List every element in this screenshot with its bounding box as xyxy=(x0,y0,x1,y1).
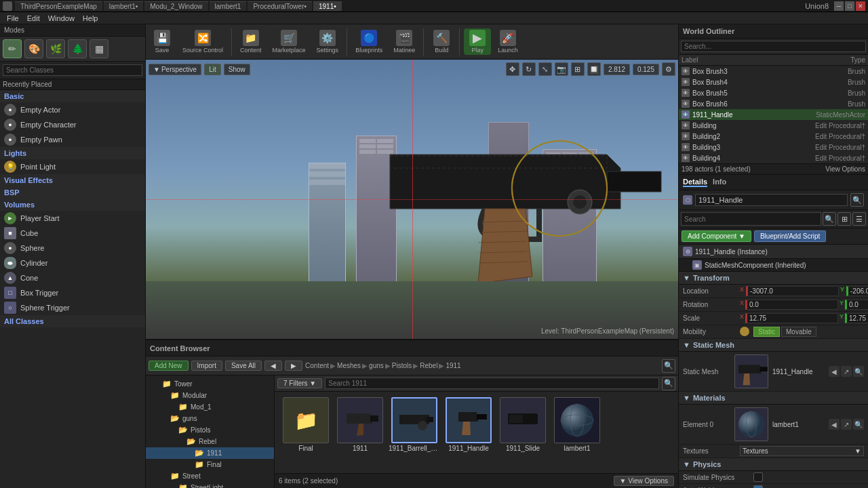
vp-icon-settings[interactable]: ⚙ xyxy=(662,62,675,76)
mode-geometry[interactable]: ▦ xyxy=(90,39,108,58)
wo-actor-boxbrush4[interactable]: 👁 Box Brush4 Brush xyxy=(679,77,868,87)
maximize-btn[interactable]: □ xyxy=(845,1,854,11)
left-item-box-trigger[interactable]: □ Box Trigger xyxy=(0,285,145,300)
toolbar-save[interactable]: 💾 Save xyxy=(149,28,176,55)
menu-window[interactable]: Window xyxy=(44,14,79,22)
dp-list-icon[interactable]: ☰ xyxy=(852,212,866,226)
visibility-icon[interactable]: 👁 xyxy=(682,121,690,129)
component-instance[interactable]: ⚙ 1911_Handle (Instance) xyxy=(679,245,868,259)
mat-use-btn[interactable]: ↗ xyxy=(841,419,852,430)
toolbar-launch[interactable]: 🚀 Launch xyxy=(494,28,522,55)
static-mesh-section-header[interactable]: ▼ Static Mesh xyxy=(679,339,868,352)
dp-grid-icon[interactable]: ⊞ xyxy=(837,212,851,226)
toolbar-matinee[interactable]: 🎬 Matinee xyxy=(389,28,419,55)
location-y-input[interactable] xyxy=(846,286,868,296)
left-item-empty-actor[interactable]: ● Empty Actor xyxy=(0,102,145,117)
search-classes-input[interactable] xyxy=(3,64,142,76)
wo-actor-building3[interactable]: 👁 Building3 Edit Procedural† xyxy=(679,142,868,152)
visibility-icon[interactable]: 👁 xyxy=(682,78,690,86)
wo-actor-building4[interactable]: 👁 Building4 Edit Procedural† xyxy=(679,152,868,163)
folder-rebel[interactable]: 📂 Rebel xyxy=(146,436,274,447)
vp-icon-grid[interactable]: ⊞ xyxy=(571,62,585,76)
search-details-icon[interactable]: 🔍 xyxy=(850,193,864,207)
left-item-cone[interactable]: ▲ Cone xyxy=(0,270,145,285)
component-inherited[interactable]: ▣ StaticMeshComponent (Inherited) xyxy=(679,259,868,272)
tab-procedural[interactable]: ProceduralTower• xyxy=(248,1,312,11)
physics-section-header[interactable]: ▼ Physics xyxy=(679,458,868,471)
folder-tower[interactable]: 📁 Tower xyxy=(146,378,274,390)
visibility-icon[interactable]: 👁 xyxy=(682,132,690,140)
left-item-sphere-trigger[interactable]: ○ Sphere Trigger xyxy=(0,300,145,315)
wo-search-input[interactable] xyxy=(681,41,866,52)
scale-y-input[interactable] xyxy=(845,313,868,323)
section-all-classes[interactable]: All Classes xyxy=(0,315,145,327)
actor-name-input[interactable] xyxy=(695,194,848,206)
vp-icon-snap[interactable]: 🔲 xyxy=(587,62,601,76)
import-btn[interactable]: Import xyxy=(191,361,222,371)
toolbar-source-control[interactable]: 🔀 Source Control xyxy=(178,28,227,55)
movable-mobility-btn[interactable]: Movable xyxy=(781,327,816,337)
mesh-browse-btn[interactable]: ◀ xyxy=(829,366,840,377)
section-basic[interactable]: Basic xyxy=(0,90,145,102)
folder-modular[interactable]: 📁 Modular xyxy=(146,390,274,401)
wo-actor-building[interactable]: 👁 Building Edit Procedural† xyxy=(679,120,868,131)
visibility-icon[interactable]: 👁 xyxy=(682,89,690,97)
section-visual[interactable]: Visual Effects xyxy=(0,174,145,186)
static-mobility-btn[interactable]: Static xyxy=(753,327,780,337)
asset-1911[interactable]: 1911 xyxy=(334,397,386,452)
forward-btn[interactable]: ▶ xyxy=(285,361,302,371)
left-item-point-light[interactable]: 💡 Point Light xyxy=(0,159,145,174)
tab-1911[interactable]: 1911• xyxy=(313,1,342,11)
mode-landscape[interactable]: 🌿 xyxy=(46,39,65,58)
view-options-btn[interactable]: ▼ View Options xyxy=(614,476,674,486)
textures-dropdown[interactable]: Textures ▼ xyxy=(740,446,864,456)
toolbar-blueprints[interactable]: 🔵 Blueprints xyxy=(351,28,387,55)
toolbar-content[interactable]: 📁 Content xyxy=(236,28,266,55)
wo-actor-boxbrush6[interactable]: 👁 Box Brush6 Brush xyxy=(679,98,868,109)
folder-mod1[interactable]: 📁 Mod_1 xyxy=(146,401,274,413)
breadcrumb-rebel[interactable]: Rebel xyxy=(420,362,437,369)
tab-lambert1[interactable]: lambert1 xyxy=(210,1,247,11)
visibility-icon[interactable]: 👁 xyxy=(682,154,690,162)
breadcrumb-pistols[interactable]: Pistols xyxy=(392,362,412,369)
section-lights[interactable]: Lights xyxy=(0,147,145,159)
details-tab[interactable]: Details xyxy=(683,178,707,187)
folder-street[interactable]: 📁 Street xyxy=(146,470,274,482)
mesh-use-btn[interactable]: ↗ xyxy=(841,366,852,377)
mode-foliage[interactable]: 🌲 xyxy=(68,39,87,58)
filters-btn[interactable]: 7 Filters ▼ xyxy=(277,378,322,388)
section-bsp[interactable]: BSP xyxy=(0,186,145,199)
dp-search-icon[interactable]: 🔍 xyxy=(823,212,836,226)
mode-select[interactable]: ✏ xyxy=(3,39,22,58)
asset-barrell-hammer[interactable]: 1911_Barrell_hammer xyxy=(389,397,440,452)
wo-actor-building2[interactable]: 👁 Building2 Edit Procedural† xyxy=(679,131,868,142)
folder-1911[interactable]: 📂 1911 xyxy=(146,447,274,459)
cb-search-icon[interactable]: 🔍 xyxy=(662,359,675,373)
breadcrumb-guns[interactable]: guns xyxy=(369,362,384,369)
folder-pistols[interactable]: 📂 Pistols xyxy=(146,424,274,436)
search-assets-input[interactable] xyxy=(325,378,659,389)
toolbar-marketplace[interactable]: 🛒 Marketplace xyxy=(269,28,310,55)
tab-lambert1dot[interactable]: lambert1• xyxy=(104,1,143,11)
view-options-btn[interactable]: View Options xyxy=(825,165,865,173)
left-item-cube[interactable]: ■ Cube xyxy=(0,226,145,241)
auto-weld-checkbox[interactable] xyxy=(753,485,763,488)
mat-browse-btn[interactable]: ◀ xyxy=(829,419,840,430)
mesh-find-btn[interactable]: 🔍 xyxy=(853,366,864,377)
vp-icon-translate[interactable]: ✥ xyxy=(506,62,519,76)
vp-icon-rotate[interactable]: ↻ xyxy=(522,62,536,76)
vp-icon-camera[interactable]: 📷 xyxy=(555,62,568,76)
menu-edit[interactable]: Edit xyxy=(23,14,44,22)
lit-btn[interactable]: Lit xyxy=(204,64,221,75)
tab-thirdperson[interactable]: ThirdPersonExampleMap xyxy=(15,1,102,11)
info-tab[interactable]: Info xyxy=(713,178,726,187)
breadcrumb-content[interactable]: Content xyxy=(305,362,329,369)
tab-modu2[interactable]: Modu_2_Window xyxy=(144,1,208,11)
mat-find-btn[interactable]: 🔍 xyxy=(853,419,864,430)
breadcrumb-meshes[interactable]: Meshes xyxy=(337,362,361,369)
minimize-btn[interactable]: ─ xyxy=(834,1,844,11)
visibility-icon[interactable]: 👁 xyxy=(682,100,690,108)
asset-lambert1[interactable]: lambert1 xyxy=(551,397,603,452)
grid-size[interactable]: 0.125 xyxy=(633,64,659,75)
viewport[interactable]: ▼ Perspective Lit Show ✥ ↻ ⤡ 📷 ⊞ 🔲 2.812… xyxy=(146,60,678,339)
